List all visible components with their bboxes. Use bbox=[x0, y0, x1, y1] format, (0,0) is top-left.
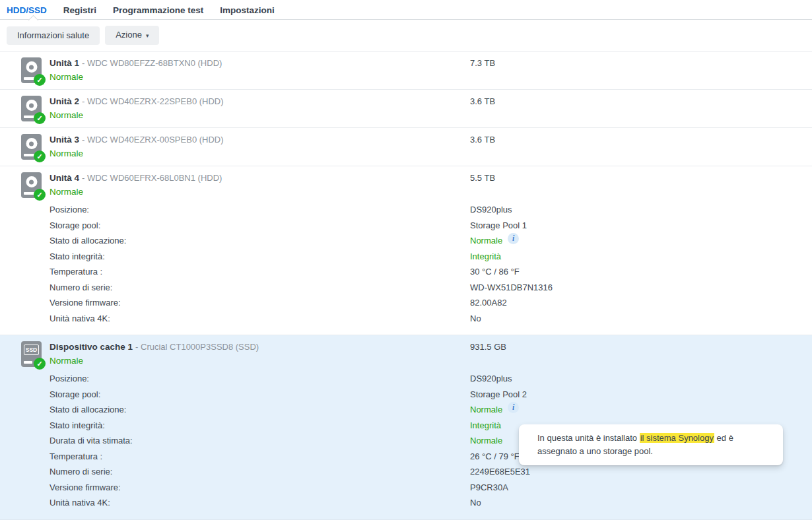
detail-row: Versione firmware:82.00A82 bbox=[50, 295, 812, 311]
drive-status: Normale bbox=[50, 148, 812, 160]
detail-value: 26 °C / 79 °F bbox=[470, 449, 520, 465]
hdd-platter bbox=[26, 100, 37, 111]
detail-label: Stato integrità: bbox=[50, 418, 470, 434]
drive-details: Posizione:DS920plus Storage pool:Storage… bbox=[50, 202, 812, 326]
hdd-icon: ✓ bbox=[21, 172, 42, 198]
status-check-icon: ✓ bbox=[34, 74, 46, 86]
tooltip-text-after: ed è bbox=[714, 433, 733, 443]
tooltip-text-before: In questa unità è installato bbox=[537, 433, 640, 443]
detail-row: Stato di allocazione:Normalei bbox=[50, 402, 812, 418]
tab-programmazione-test[interactable]: Programmazione test bbox=[113, 5, 203, 15]
tab-bar: HDD/SSD Registri Programmazione test Imp… bbox=[0, 0, 812, 20]
detail-value: 82.00A82 bbox=[470, 295, 507, 311]
toolbar: Informazioni salute Azione▾ bbox=[0, 20, 812, 51]
hdd-icon: ✓ bbox=[21, 57, 42, 83]
drive-capacity: 3.6 TB bbox=[470, 96, 495, 106]
drive-status: Normale bbox=[50, 355, 812, 367]
detail-label: Unità nativa 4K: bbox=[50, 311, 470, 327]
detail-value: Storage Pool 1 bbox=[470, 218, 527, 234]
detail-row: Unità nativa 4K:No bbox=[50, 311, 812, 327]
info-icon[interactable]: i bbox=[508, 233, 519, 244]
detail-row: Storage pool:Storage Pool 2 bbox=[50, 387, 812, 403]
detail-row: Posizione:DS920plus bbox=[50, 202, 812, 218]
detail-label: Stato di allocazione: bbox=[50, 233, 470, 249]
detail-value: DS920plus bbox=[470, 371, 512, 387]
status-check-icon: ✓ bbox=[34, 112, 46, 124]
detail-value: Storage Pool 2 bbox=[470, 387, 527, 403]
info-icon[interactable]: i bbox=[508, 402, 519, 413]
status-check-icon: ✓ bbox=[34, 189, 46, 201]
detail-row: Stato di allocazione:Normalei bbox=[50, 233, 812, 249]
detail-value: 30 °C / 86 °F bbox=[470, 264, 520, 280]
detail-label: Storage pool: bbox=[50, 218, 470, 234]
drive-name: Unità 3 bbox=[50, 135, 79, 145]
detail-row: Posizione:DS920plus bbox=[50, 371, 812, 387]
drive-model: - WDC WD60EFRX-68L0BN1 (HDD) bbox=[82, 173, 222, 183]
tab-registri[interactable]: Registri bbox=[63, 5, 96, 15]
detail-label: Stato di allocazione: bbox=[50, 402, 470, 418]
drive-row-1[interactable]: ✓ Unità 1- WDC WD80EFZZ-68BTXN0 (HDD) No… bbox=[0, 51, 812, 90]
detail-value: 2249E68E5E31 bbox=[470, 464, 530, 480]
hdd-icon: ✓ bbox=[21, 96, 42, 121]
detail-value: No bbox=[470, 495, 481, 511]
detail-label: Storage pool: bbox=[50, 387, 470, 403]
ssd-bar bbox=[24, 361, 32, 364]
hdd-platter bbox=[26, 138, 37, 149]
drive-row-3[interactable]: ✓ Unità 3- WDC WD40EZRX-00SPEB0 (HDD) No… bbox=[0, 128, 812, 166]
drive-row-4[interactable]: ✓ Unità 4- WDC WD60EFRX-68L0BN1 (HDD) No… bbox=[0, 166, 812, 335]
detail-value: Normale bbox=[470, 233, 502, 249]
action-dropdown-label: Azione bbox=[116, 30, 142, 40]
storage-manager-hdd-panel: HDD/SSD Registri Programmazione test Imp… bbox=[0, 0, 812, 528]
drive-name: Unità 1 bbox=[50, 58, 79, 68]
status-check-icon: ✓ bbox=[34, 150, 46, 162]
detail-row: Temperatura :30 °C / 86 °F bbox=[50, 264, 812, 280]
drive-capacity: 931.5 GB bbox=[470, 342, 506, 352]
detail-value: WD-WX51DB7N1316 bbox=[470, 280, 553, 296]
drive-model: - WDC WD40EZRX-00SPEB0 (HDD) bbox=[82, 135, 224, 145]
detail-row: Storage pool:Storage Pool 1 bbox=[50, 218, 812, 234]
detail-value: Integrità bbox=[470, 418, 501, 434]
drive-model: - WDC WD40EZRX-22SPEB0 (HDD) bbox=[82, 96, 224, 106]
detail-label: Durata di vita stimata: bbox=[50, 433, 470, 449]
drive-status: Normale bbox=[50, 71, 812, 83]
detail-value: Integrità bbox=[470, 249, 501, 265]
hdd-platter bbox=[26, 176, 37, 187]
detail-label: Numero di serie: bbox=[50, 280, 470, 296]
drive-status: Normale bbox=[50, 186, 812, 198]
hdd-icon: ✓ bbox=[21, 134, 42, 160]
detail-value: P9CR30A bbox=[470, 480, 508, 496]
detail-label: Versione firmware: bbox=[50, 480, 470, 496]
detail-value: Normale bbox=[470, 433, 502, 449]
chevron-down-icon: ▾ bbox=[146, 32, 149, 39]
tooltip-text-line2: assegnato a uno storage pool. bbox=[537, 446, 653, 456]
drive-model: - Crucial CT1000P3SSD8 (SSD) bbox=[135, 342, 259, 352]
drive-capacity: 5.5 TB bbox=[470, 173, 495, 183]
detail-label: Temperatura : bbox=[50, 264, 470, 280]
drive-name: Unità 4 bbox=[50, 173, 79, 183]
detail-label: Numero di serie: bbox=[50, 464, 470, 480]
detail-label: Versione firmware: bbox=[50, 295, 470, 311]
detail-label: Temperatura : bbox=[50, 449, 470, 465]
detail-label: Posizione: bbox=[50, 371, 470, 387]
detail-value: Normale bbox=[470, 402, 502, 418]
drive-status: Normale bbox=[50, 110, 812, 121]
tab-hdd-ssd[interactable]: HDD/SSD bbox=[7, 5, 47, 15]
drive-capacity: 3.6 TB bbox=[470, 135, 495, 145]
tooltip-highlight: il sistema Synology bbox=[640, 433, 714, 443]
drive-name: Dispositivo cache 1 bbox=[50, 342, 133, 352]
ssd-label: SSD bbox=[24, 345, 39, 355]
detail-label: Posizione: bbox=[50, 202, 470, 218]
detail-row: Numero di serie:2249E68E5E31 bbox=[50, 464, 812, 480]
system-drive-tooltip: In questa unità è installato il sistema … bbox=[519, 424, 783, 465]
health-info-button[interactable]: Informazioni salute bbox=[7, 26, 100, 45]
detail-value: DS920plus bbox=[470, 202, 512, 218]
tab-impostazioni[interactable]: Impostazioni bbox=[220, 5, 275, 15]
detail-row: Stato integrità:Integrità bbox=[50, 249, 812, 265]
detail-label: Unità nativa 4K: bbox=[50, 495, 470, 511]
detail-label: Stato integrità: bbox=[50, 249, 470, 265]
drive-row-2[interactable]: ✓ Unità 2- WDC WD40EZRX-22SPEB0 (HDD) No… bbox=[0, 90, 812, 128]
action-dropdown-button[interactable]: Azione▾ bbox=[105, 26, 159, 45]
drive-name: Unità 2 bbox=[50, 96, 79, 106]
status-check-icon: ✓ bbox=[34, 358, 46, 370]
drive-capacity: 7.3 TB bbox=[470, 58, 495, 68]
